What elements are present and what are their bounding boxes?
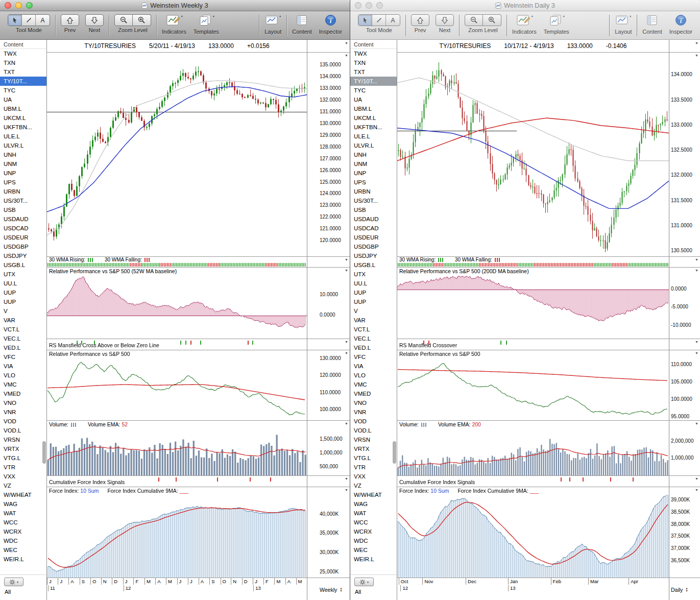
sidebar-item-ty-10t-[interactable]: TY/10T... [350,77,397,86]
sidebar-item-vrsn[interactable]: VRSN [350,435,397,444]
panel-disclosure-button[interactable]: ▼ [695,351,698,355]
sidebar-item-vxx[interactable]: VXX [0,472,46,481]
prev-button[interactable] [61,14,79,26]
sidebar-item-vz[interactable]: VZ [350,481,397,490]
panel-disclosure-button[interactable]: ▼ [345,41,348,45]
close-button[interactable] [5,2,11,9]
sidebar-item-ulvr-l[interactable]: ULVR.L [0,141,46,150]
sidebar-item-urbn[interactable]: URBN [350,187,397,196]
inspector-button[interactable]: i [675,14,687,28]
sidebar-item-ua[interactable]: UA [0,95,46,104]
sidebar-item-vod[interactable]: VOD [0,417,46,426]
sidebar-item-vlo[interactable]: VLO [350,371,397,380]
sidebar-item-usdjpy[interactable]: USDJPY [0,251,46,260]
layout-button[interactable]: ▾ [615,14,631,28]
sidebar-item-vmed[interactable]: VMED [350,389,397,398]
sidebar-item-v[interactable]: V [0,306,46,316]
periodicity-stepper[interactable]: ▲▼ [685,587,688,592]
panel-disclosure-button[interactable]: ▼ [695,54,698,58]
panel-disclosure-button[interactable]: ▼ [345,422,348,426]
panel-disclosure-button[interactable]: ▼ [345,488,348,492]
sidebar-item-ved-l[interactable]: VED.L [0,343,46,352]
sidebar-item-uu-l[interactable]: UU.L [0,279,46,288]
sidebar-item-uup[interactable]: UUP [0,288,46,297]
sidebar-item-vno[interactable]: VNO [0,398,46,407]
next-button[interactable] [85,14,104,26]
periodicity-stepper[interactable]: ▲▼ [340,587,342,592]
minimize-button[interactable] [366,2,372,9]
panel-disclosure-button[interactable]: ▼ [695,269,698,273]
volume-canvas[interactable] [397,428,669,475]
indicators-button[interactable]: ▾ [516,14,533,28]
content-button[interactable] [646,14,658,28]
price-chart-canvas[interactable] [47,53,307,256]
sidebar-item-usdcad[interactable]: USDCAD [0,224,46,233]
sidebar-item-vz[interactable]: VZ [0,481,46,490]
sidebar-item-vlo[interactable]: VLO [0,371,46,380]
sidebar-item-weir-l[interactable]: WEIR.L [350,555,397,564]
wma-trend-ticks-canvas[interactable] [47,262,307,267]
sidebar-item-txt[interactable]: TXT [0,67,46,77]
wma-trend-ticks-canvas[interactable] [397,262,669,267]
panel-disclosure-button[interactable]: ▼ [695,258,698,262]
action-menu-button[interactable]: ▾ [4,578,23,586]
sidebar-item-w-wheat[interactable]: W/WHEAT [0,490,46,499]
templates-button[interactable]: ▾ [198,14,214,28]
zoom-out-button[interactable] [114,14,133,26]
panel-disclosure-button[interactable]: ▼ [345,258,348,262]
sidebar-item-vec-l[interactable]: VEC.L [0,334,46,343]
sidebar-item-wcrx[interactable]: WCRX [350,527,397,536]
sidebar-item-ty-10t-[interactable]: TY/10T... [0,77,46,86]
sidebar-item-vct-l[interactable]: VCT.L [0,325,46,334]
sidebar-item-var[interactable]: VAR [350,316,397,325]
sidebar-item-usdgbp[interactable]: USDGBP [350,242,397,251]
sidebar-item-txn[interactable]: TXN [0,58,46,67]
next-button[interactable] [436,14,454,26]
sidebar-item-via[interactable]: VIA [350,362,397,371]
sidebar-item-wdc[interactable]: WDC [0,536,46,545]
pointer-tool-button[interactable] [8,15,22,26]
sidebar-item-ukftbn-[interactable]: UKFTBN... [350,123,397,132]
sidebar-item-wag[interactable]: WAG [350,499,397,509]
sidebar-item-txt[interactable]: TXT [350,67,397,77]
zoom-in-button[interactable] [133,14,151,26]
sidebar-item-usdjpy[interactable]: USDJPY [350,251,397,260]
panel-disclosure-button[interactable]: ▼ [695,340,698,344]
prev-button[interactable] [411,14,429,26]
minimize-button[interactable] [15,2,22,9]
pointer-tool-button[interactable] [358,15,372,26]
sidebar-item-vec-l[interactable]: VEC.L [350,334,397,343]
sidebar-item-vfc[interactable]: VFC [350,352,397,362]
sidebar-item-us-30t-[interactable]: US/30T... [0,196,46,205]
sidebar-item-vtr[interactable]: VTR [0,463,46,472]
zoom-window-button[interactable] [376,2,383,9]
sidebar-item-vtg-l[interactable]: VTG.L [0,453,46,463]
sidebar-item-unm[interactable]: UNM [350,159,397,169]
sidebar-item-vfc[interactable]: VFC [0,352,46,362]
sidebar-item-uup[interactable]: UUP [350,288,397,297]
force-index-canvas[interactable] [47,495,307,578]
sidebar-item-wec[interactable]: WEC [0,545,46,555]
panel-disclosure-button[interactable]: ▼ [695,488,698,492]
zoom-window-button[interactable] [26,2,33,9]
sidebar-item-vod-l[interactable]: VOD.L [350,426,397,435]
sidebar-item-vod-l[interactable]: VOD.L [0,426,46,435]
window-titlebar[interactable]: Weinstein Weekly 3 [0,0,350,11]
sidebar-item-unh[interactable]: UNH [0,150,46,159]
sidebar-item-twx[interactable]: TWX [350,49,397,58]
text-tool-button[interactable]: A [36,15,50,26]
action-menu-button[interactable]: ▾ [354,578,374,586]
sidebar-item-utx[interactable]: UTX [0,270,46,279]
sidebar-item-vrsn[interactable]: VRSN [0,435,46,444]
panel-disclosure-button[interactable]: ▼ [695,422,698,426]
line-tool-button[interactable] [372,15,386,26]
sidebar-item-usdcad[interactable]: USDCAD [350,224,397,233]
sidebar-item-ukftbn-[interactable]: UKFTBN... [0,123,46,132]
content-button[interactable] [296,14,308,28]
sidebar-item-usdaud[interactable]: USDAUD [0,214,46,224]
panel-disclosure-button[interactable]: ▼ [345,54,348,58]
sidebar-item-wcc[interactable]: WCC [0,518,46,527]
sidebar-item-w-wheat[interactable]: W/WHEAT [350,490,397,499]
sidebar-item-tyc[interactable]: TYC [350,86,397,95]
panel-disclosure-button[interactable]: ▼ [345,351,348,355]
